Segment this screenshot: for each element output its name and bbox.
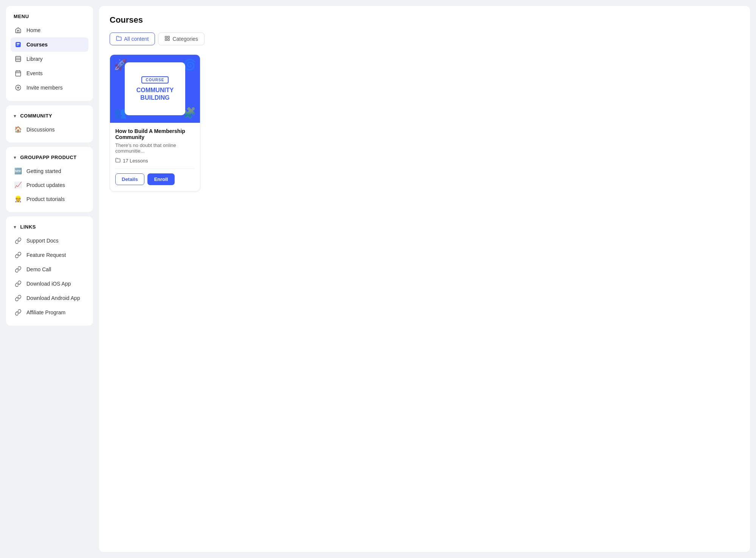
sidebar-item-events[interactable]: Events (11, 66, 88, 80)
sidebar-courses-label: Courses (26, 42, 48, 48)
community-section-label: COMMUNITY (20, 113, 52, 119)
getting-started-label: Getting started (26, 168, 61, 174)
course-badge: COURSE (141, 76, 169, 83)
sidebar-library-label: Library (26, 56, 43, 62)
course-card: 🚀 🌀 👥 🧩 COURSE COMMUNITY BUILDING How to… (110, 54, 200, 192)
community-chevron-icon: ▼ (13, 114, 17, 118)
course-meta: 17 Lessons (115, 158, 195, 169)
sidebar-item-product-updates[interactable]: 📈 Product updates (11, 178, 88, 192)
sidebar-item-courses[interactable]: Courses (11, 37, 88, 52)
course-thumb-title: COMMUNITY BUILDING (136, 87, 174, 101)
sidebar-community-section: ▼ COMMUNITY 🏠 Discussions (6, 105, 93, 142)
tab-all-content-label: All content (124, 36, 149, 42)
course-name: How to Build A Membership Community (115, 128, 195, 140)
svg-rect-15 (165, 39, 167, 40)
courses-icon (14, 41, 22, 48)
course-actions: Details Enroll (115, 173, 195, 185)
discussions-icon: 🏠 (14, 126, 22, 133)
sidebar-main-nav: MENU Home (6, 6, 93, 101)
svg-rect-13 (165, 36, 167, 38)
links-section-label: LINKS (20, 224, 36, 230)
links-chevron-icon: ▼ (13, 225, 17, 229)
menu-label: MENU (11, 12, 88, 23)
link-icon-affiliate (14, 309, 22, 316)
feature-request-label: Feature Request (26, 252, 66, 258)
link-icon-demo (14, 266, 22, 273)
sidebar-links-section: ▼ LINKS Support Docs (6, 216, 93, 326)
product-tutorials-label: Product tutorials (26, 196, 65, 202)
course-thumbnail: 🚀 🌀 👥 🧩 COURSE COMMUNITY BUILDING (110, 55, 200, 123)
home-icon (14, 26, 22, 34)
details-button[interactable]: Details (115, 173, 144, 185)
download-android-label: Download Android App (26, 295, 80, 301)
download-ios-label: Download iOS App (26, 281, 71, 287)
lessons-count: 17 Lessons (123, 158, 148, 164)
sidebar-home-label: Home (26, 27, 40, 33)
sidebar-item-download-android[interactable]: Download Android App (11, 291, 88, 305)
course-thumbnail-inner: COURSE COMMUNITY BUILDING (125, 62, 185, 115)
sidebar-events-label: Events (26, 70, 43, 76)
course-info: How to Build A Membership Community Ther… (110, 123, 200, 191)
svg-rect-16 (168, 39, 169, 40)
groupapp-section-header[interactable]: ▼ GROUPAPP PRODUCT (11, 153, 88, 164)
product-tutorials-icon: 👷 (14, 195, 22, 202)
sidebar-item-invite[interactable]: Invite members (11, 80, 88, 95)
affiliate-label: Affiliate Program (26, 309, 65, 315)
lessons-folder-icon (115, 158, 121, 164)
invite-icon (14, 84, 22, 91)
link-icon-ios (14, 280, 22, 288)
community-section-header[interactable]: ▼ COMMUNITY (11, 111, 88, 122)
sidebar-invite-label: Invite members (26, 85, 63, 91)
discussions-label: Discussions (26, 127, 55, 133)
demo-call-label: Demo Call (26, 266, 51, 272)
sidebar-groupapp-section: ▼ GROUPAPP PRODUCT 🆕 Getting started 📈 P… (6, 147, 93, 212)
course-description: There's no doubt that online communitie.… (115, 142, 195, 154)
page-title: Courses (110, 15, 739, 25)
getting-started-icon: 🆕 (14, 167, 22, 175)
main-content: Courses All content (99, 6, 750, 552)
product-updates-icon: 📈 (14, 181, 22, 189)
events-icon (14, 70, 22, 77)
tab-all-content[interactable]: All content (110, 32, 155, 45)
tab-categories-label: Categories (172, 36, 198, 42)
sidebar-item-getting-started[interactable]: 🆕 Getting started (11, 164, 88, 178)
library-icon (14, 55, 22, 63)
folder-icon (116, 36, 122, 42)
link-icon-support (14, 237, 22, 244)
sidebar-item-demo-call[interactable]: Demo Call (11, 262, 88, 277)
sidebar-item-affiliate[interactable]: Affiliate Program (11, 305, 88, 320)
link-icon-android (14, 294, 22, 302)
sidebar-item-support-docs[interactable]: Support Docs (11, 233, 88, 248)
links-section-header[interactable]: ▼ LINKS (11, 223, 88, 233)
sidebar-item-download-ios[interactable]: Download iOS App (11, 277, 88, 291)
sidebar-item-feature-request[interactable]: Feature Request (11, 248, 88, 262)
sidebar-item-discussions[interactable]: 🏠 Discussions (11, 122, 88, 136)
groupapp-section-label: GROUPAPP PRODUCT (20, 155, 76, 160)
svg-rect-1 (17, 43, 20, 44)
content-tabs: All content Categories (110, 32, 739, 45)
course-grid: 🚀 🌀 👥 🧩 COURSE COMMUNITY BUILDING How to… (110, 54, 739, 192)
sidebar-item-library[interactable]: Library (11, 52, 88, 66)
enroll-button[interactable]: Enroll (147, 173, 175, 185)
grid-icon (164, 36, 170, 42)
svg-rect-14 (168, 36, 169, 38)
product-updates-label: Product updates (26, 182, 65, 188)
sidebar: MENU Home (6, 6, 93, 552)
svg-rect-3 (15, 56, 21, 62)
sidebar-item-product-tutorials[interactable]: 👷 Product tutorials (11, 192, 88, 206)
svg-rect-6 (15, 71, 21, 76)
tab-categories[interactable]: Categories (158, 32, 204, 45)
sidebar-item-home[interactable]: Home (11, 23, 88, 37)
support-docs-label: Support Docs (26, 238, 59, 244)
link-icon-feature (14, 251, 22, 259)
svg-rect-0 (15, 42, 21, 47)
svg-rect-2 (17, 45, 19, 46)
groupapp-chevron-icon: ▼ (13, 155, 17, 160)
